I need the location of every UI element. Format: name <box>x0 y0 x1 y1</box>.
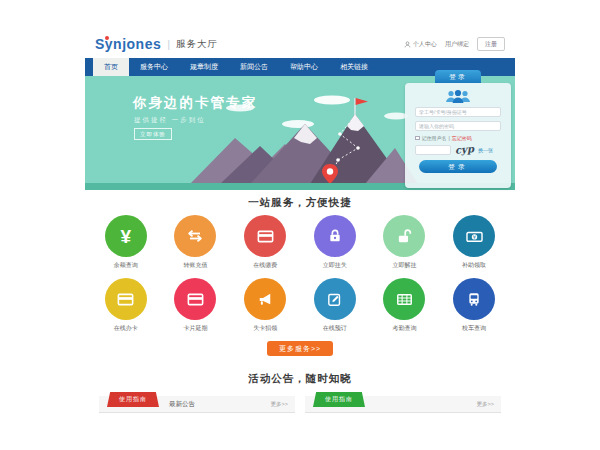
service-label: 校车查询 <box>441 324 507 333</box>
service-label: 立即挂失 <box>302 261 368 270</box>
banknote-icon[interactable]: ¥ <box>453 215 495 257</box>
brand-logo: Synjones <box>95 36 161 52</box>
panel-ribbon-tab[interactable]: 使用指南 <box>107 392 159 407</box>
service-item-5[interactable]: ¥补助领取 <box>441 215 507 270</box>
captcha-image: cyp <box>455 143 475 155</box>
nav-item-1[interactable]: 服务中心 <box>129 58 179 76</box>
login-form: 记住用户名 | 忘记密码 cyp 换一张 登录 <box>405 83 511 188</box>
hero-cta-button[interactable]: 立即体验 <box>134 128 172 140</box>
nav-item-3[interactable]: 新闻公告 <box>229 58 279 76</box>
login-panel: 登录 记住用户名 | 忘记密码 cyp 换一张 <box>405 70 511 188</box>
user-bind-link[interactable]: 用户绑定 <box>445 40 469 49</box>
services-row-2: 在线办卡卡片延期失卡招领在线预订考勤查询校车查询 <box>85 278 515 333</box>
portal-page: Synjones | 服务大厅 个人中心 用户绑定 注册 首页服务中心规章制度新… <box>85 30 515 422</box>
remember-checkbox[interactable] <box>415 136 420 141</box>
card-icon[interactable] <box>105 278 147 320</box>
yen-icon[interactable]: ¥ <box>105 215 147 257</box>
site-name: 服务大厅 <box>176 38 218 51</box>
transfer-icon[interactable] <box>174 215 216 257</box>
service-item-4[interactable]: 立即解挂 <box>371 215 437 270</box>
card-icon[interactable] <box>174 278 216 320</box>
service-label: 在线预订 <box>302 324 368 333</box>
captcha-input[interactable] <box>415 145 451 155</box>
nav-item-4[interactable]: 帮助中心 <box>279 58 329 76</box>
services-title: 一站服务，方便快捷 <box>85 196 515 210</box>
service-label: 考勤查询 <box>371 324 437 333</box>
remember-label: 记住用户名 <box>422 135 447 141</box>
unlock-icon[interactable] <box>383 215 425 257</box>
register-button[interactable]: 注册 <box>477 37 505 51</box>
nav-item-2[interactable]: 规章制度 <box>179 58 229 76</box>
nav-item-5[interactable]: 相关链接 <box>329 58 379 76</box>
nav-item-0[interactable]: 首页 <box>93 58 129 76</box>
service-label: 余额查询 <box>93 261 159 270</box>
announcement-panel-1: 使用指南更多>> <box>305 392 501 422</box>
users-group-icon <box>443 89 473 104</box>
panel-secondary-tab[interactable]: 最新公告 <box>169 400 195 409</box>
card-icon[interactable] <box>244 215 286 257</box>
username-input[interactable] <box>415 107 501 117</box>
megaphone-icon[interactable] <box>244 278 286 320</box>
panel-body <box>99 413 295 422</box>
service-item-2[interactable]: 在线缴费 <box>232 215 298 270</box>
more-services-button[interactable]: 更多服务>> <box>267 341 333 356</box>
lock-icon[interactable] <box>314 215 356 257</box>
separator: | <box>449 135 450 141</box>
hero-subtitle: 提供捷径 一步到位 <box>134 116 206 125</box>
service-label: 转账充值 <box>162 261 228 270</box>
service-item-8[interactable]: 失卡招领 <box>232 278 298 333</box>
edit-icon[interactable] <box>314 278 356 320</box>
logo-divider: | <box>167 38 170 50</box>
password-input[interactable] <box>415 121 501 131</box>
service-item-9[interactable]: 在线预订 <box>302 278 368 333</box>
service-label: 失卡招领 <box>232 324 298 333</box>
captcha-refresh-link[interactable]: 换一张 <box>478 147 493 153</box>
service-item-11[interactable]: 校车查询 <box>441 278 507 333</box>
forgot-password-link[interactable]: 忘记密码 <box>452 135 472 141</box>
service-item-10[interactable]: 考勤查询 <box>371 278 437 333</box>
header-links: 个人中心 用户绑定 注册 <box>404 37 505 51</box>
services-row-1: ¥余额查询转账充值在线缴费立即挂失立即解挂¥补助领取 <box>85 215 515 270</box>
header: Synjones | 服务大厅 个人中心 用户绑定 注册 <box>85 30 515 58</box>
captcha-row: cyp 换一张 <box>415 144 501 155</box>
hero-title: 你身边的卡管专家 <box>133 94 257 112</box>
logo-red-dot-icon <box>105 36 109 40</box>
announcements-title: 活动公告，随时知晓 <box>85 372 515 386</box>
login-tab[interactable]: 登录 <box>435 70 481 83</box>
service-item-7[interactable]: 卡片延期 <box>162 278 228 333</box>
panel-ribbon-tab[interactable]: 使用指南 <box>313 392 365 407</box>
list-icon[interactable] <box>383 278 425 320</box>
service-label: 在线缴费 <box>232 261 298 270</box>
service-item-6[interactable]: 在线办卡 <box>93 278 159 333</box>
service-label: 在线办卡 <box>93 324 159 333</box>
panel-more-link[interactable]: 更多>> <box>477 401 494 408</box>
service-item-1[interactable]: 转账充值 <box>162 215 228 270</box>
service-label: 卡片延期 <box>162 324 228 333</box>
bus-icon[interactable] <box>453 278 495 320</box>
login-submit-button[interactable]: 登录 <box>419 160 497 173</box>
service-item-0[interactable]: ¥余额查询 <box>93 215 159 270</box>
panel-body <box>305 413 501 422</box>
service-item-3[interactable]: 立即挂失 <box>302 215 368 270</box>
remember-row: 记住用户名 | 忘记密码 <box>415 135 501 141</box>
user-icon <box>404 41 411 48</box>
screenshot-canvas: Synjones | 服务大厅 个人中心 用户绑定 注册 首页服务中心规章制度新… <box>0 0 600 450</box>
panel-more-link[interactable]: 更多>> <box>271 401 288 408</box>
logo-group[interactable]: Synjones | 服务大厅 <box>95 36 218 52</box>
service-label: 补助领取 <box>441 261 507 270</box>
personal-center-link[interactable]: 个人中心 <box>404 40 437 49</box>
service-label: 立即解挂 <box>371 261 437 270</box>
announcement-panel-0: 使用指南最新公告更多>> <box>99 392 295 422</box>
